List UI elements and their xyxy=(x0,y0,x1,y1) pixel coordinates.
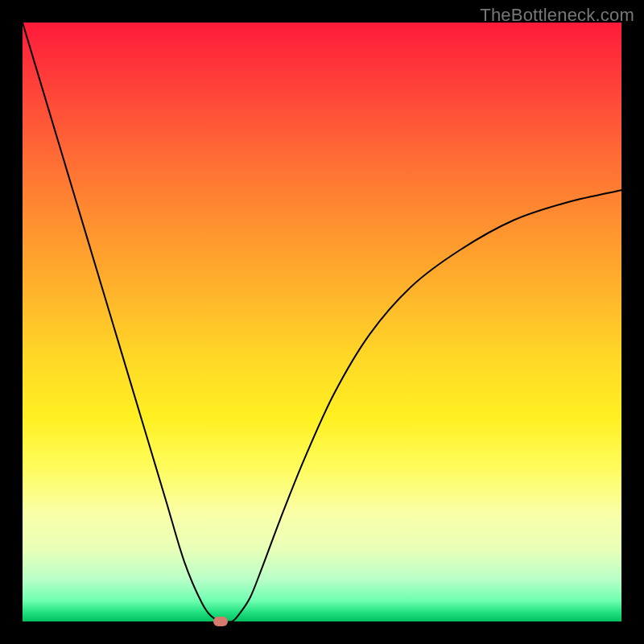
chart-frame: TheBottleneck.com xyxy=(0,0,644,644)
optimal-point-marker xyxy=(213,617,228,626)
bottleneck-curve xyxy=(23,23,621,621)
plot-area xyxy=(23,23,621,621)
watermark-text: TheBottleneck.com xyxy=(480,5,634,26)
